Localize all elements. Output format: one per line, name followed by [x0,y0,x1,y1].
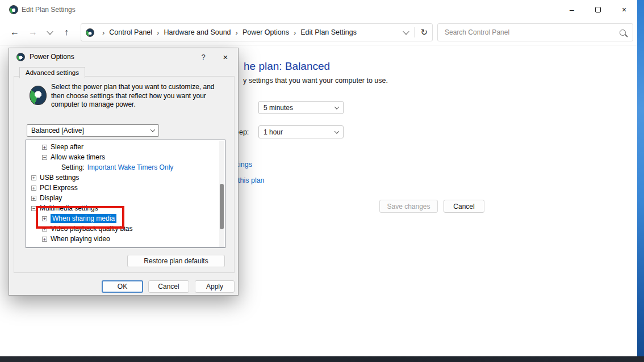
search-box[interactable] [437,23,633,41]
expand-icon[interactable]: + [31,186,36,191]
navigation-bar: ← → ↑ › Control Panel › Hardware and Sou… [0,19,637,45]
tree-scrollbar[interactable] [219,141,224,247]
addressbar-divider [414,27,415,37]
tree-item-usb-settings[interactable]: + USB settings [26,172,225,183]
collapse-icon[interactable]: − [31,206,36,211]
address-dropdown-icon[interactable] [403,28,409,35]
tree-item-display[interactable]: + Display [26,193,225,203]
breadcrumb-separator-icon: › [102,28,104,37]
expand-icon[interactable]: + [42,216,47,221]
expand-icon[interactable]: + [42,226,47,231]
advanced-settings-tree: + Sleep after − Allow wake timers Settin… [26,140,225,248]
power-options-icon [16,53,25,61]
tree-item-wake-timers-setting[interactable]: Setting: Important Wake Timers Only [26,162,225,172]
tree-item-when-playing-video[interactable]: + When playing video [26,234,225,244]
title-bar: Edit Plan Settings – × [0,0,637,19]
expand-icon[interactable]: + [42,145,47,150]
selected-tree-label: When sharing media [51,214,116,223]
edit-plan-settings-window: Edit Plan Settings – × ← → ↑ › Control P… [0,0,644,362]
up-button[interactable]: ↑ [58,23,75,41]
window-controls: – × [559,0,637,19]
breadcrumb-separator-icon: › [236,28,238,37]
chevron-down-icon [334,129,339,133]
recent-pages-dropdown-button[interactable] [43,23,57,41]
sleep-time-dropdown[interactable]: 5 minutes [258,101,344,114]
setting-value-link[interactable]: Important Wake Timers Only [87,163,174,171]
chevron-down-icon [47,28,53,35]
window-title: Edit Plan Settings [22,0,76,19]
collapse-icon[interactable]: − [42,155,47,160]
delete-plan-link[interactable]: this plan [238,176,265,184]
sleep-time-value: 5 minutes [264,104,293,112]
expand-icon[interactable]: + [31,175,36,180]
tree-item-video-playback-quality-bias[interactable]: + Video playback quality bias [26,224,225,234]
chevron-down-icon [334,104,339,109]
description-line: Select the power plan that you want to c… [51,83,233,92]
tree-item-sleep-after[interactable]: + Sleep after [26,142,225,152]
power-options-dialog: Power Options ? × Advanced settings Sele… [9,48,239,296]
tree-item-allow-wake-timers[interactable]: − Allow wake timers [26,152,225,162]
hibernate-time-value: 1 hour [264,128,283,136]
refresh-icon[interactable]: ↻ [420,27,428,37]
restore-plan-defaults-button[interactable]: Restore plan defaults [127,255,225,267]
advanced-settings-tab-page: Select the power plan that you want to c… [14,76,235,273]
breadcrumb-item-edit-plan-settings[interactable]: Edit Plan Settings [300,28,357,36]
power-options-app-icon [9,5,18,14]
tree-item-multimedia-settings[interactable]: − Multimedia settings [26,203,225,213]
breadcrumb-separator-icon: › [157,28,159,37]
cancel-button[interactable]: Cancel [444,200,484,213]
breadcrumb-item-power-options[interactable]: Power Options [242,28,289,36]
tab-advanced-settings[interactable]: Advanced settings [19,67,85,78]
forward-button[interactable]: → [25,23,41,41]
page-subtitle: y settings that you want your computer t… [243,77,388,85]
expand-icon[interactable]: + [42,237,47,242]
chevron-down-icon [150,127,155,132]
search-icon [620,30,626,36]
dialog-description: Select the power plan that you want to c… [51,83,233,110]
dialog-close-button[interactable]: × [213,48,238,65]
expand-icon[interactable]: + [31,196,36,201]
power-plan-icon [30,86,47,105]
maximize-button[interactable] [585,0,611,19]
dialog-title: Power Options [30,53,74,61]
tree-item-pci-express[interactable]: + PCI Express [26,183,225,193]
breadcrumb[interactable]: › Control Panel › Hardware and Sound › P… [81,23,433,41]
page-title: he plan: Balanced [244,60,330,73]
hibernate-time-dropdown[interactable]: 1 hour [258,125,344,138]
close-button[interactable]: × [611,0,637,19]
minimize-button[interactable]: – [559,0,585,19]
tree-item-when-sharing-media[interactable]: + When sharing media [26,213,225,224]
dialog-cancel-button[interactable]: Cancel [148,280,189,293]
help-button[interactable]: ? [194,48,213,65]
power-plan-dropdown[interactable]: Balanced [Active] [27,124,159,137]
search-input[interactable] [445,28,620,36]
scrollbar-thumb[interactable] [220,184,224,229]
description-line: then choose settings that reflect how yo… [51,92,233,101]
breadcrumb-item-hardware-and-sound[interactable]: Hardware and Sound [164,28,231,36]
power-plan-value: Balanced [Active] [31,127,84,134]
back-button[interactable]: ← [6,23,24,41]
taskbar-edge-strip [0,356,644,362]
apply-button[interactable]: Apply [195,280,235,293]
breadcrumb-item-control-panel[interactable]: Control Panel [109,28,152,36]
dialog-title-bar: Power Options ? × [9,48,238,65]
control-panel-icon [86,28,94,37]
description-line: computer to manage power. [51,100,233,110]
ok-button[interactable]: OK [102,280,143,293]
dialog-controls: ? × [194,48,238,65]
desktop-wallpaper-strip [637,0,644,362]
breadcrumb-separator-icon: › [294,28,296,37]
save-changes-button[interactable]: Save changes [379,200,438,213]
maximize-icon [595,7,601,12]
